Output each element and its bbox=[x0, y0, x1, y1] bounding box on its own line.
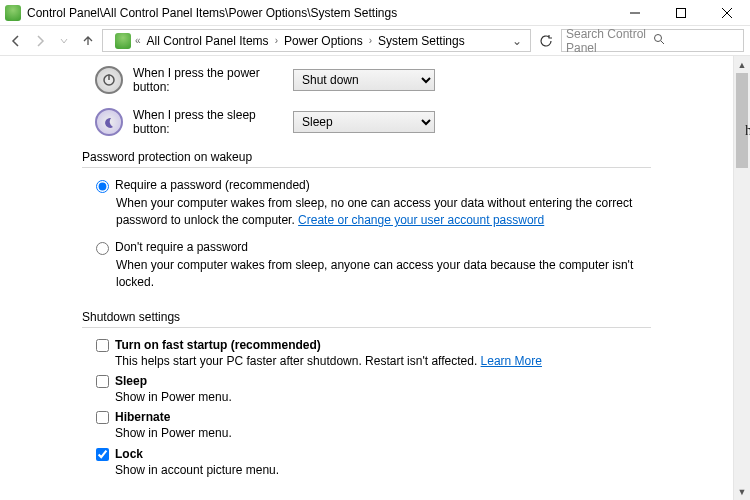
chevron-icon: « bbox=[133, 35, 143, 46]
crumb-power-options[interactable]: Power Options bbox=[282, 34, 365, 48]
search-icon[interactable] bbox=[653, 33, 740, 48]
breadcrumb-dropdown-icon[interactable]: ⌄ bbox=[508, 34, 526, 48]
password-section: Password protection on wakeup Require a … bbox=[82, 150, 651, 292]
toolbar: « All Control Panel Items › Power Option… bbox=[0, 26, 750, 56]
control-panel-icon bbox=[115, 33, 131, 49]
hibernate-label[interactable]: Hibernate bbox=[115, 410, 170, 424]
sleep-button-select[interactable]: Sleep bbox=[293, 111, 435, 133]
title-bar: Control Panel\All Control Panel Items\Po… bbox=[0, 0, 750, 26]
chevron-icon: › bbox=[367, 35, 374, 46]
recent-dropdown[interactable] bbox=[54, 31, 74, 51]
hibernate-checkbox[interactable] bbox=[96, 411, 109, 424]
fast-startup-label[interactable]: Turn on fast startup (recommended) bbox=[115, 338, 321, 352]
up-button[interactable] bbox=[78, 31, 98, 51]
scroll-down-button[interactable]: ▼ bbox=[734, 483, 750, 500]
svg-point-4 bbox=[654, 35, 661, 42]
fast-startup-checkbox[interactable] bbox=[96, 339, 109, 352]
window-title: Control Panel\All Control Panel Items\Po… bbox=[27, 6, 612, 20]
power-button-row: When I press the power button: Shut down bbox=[95, 66, 733, 94]
change-password-link[interactable]: Create or change your user account passw… bbox=[298, 213, 544, 227]
minimize-button[interactable] bbox=[612, 0, 658, 26]
scroll-thumb[interactable] bbox=[736, 73, 748, 168]
fast-startup-desc: This helps start your PC faster after sh… bbox=[115, 353, 651, 370]
crumb-all-items[interactable]: All Control Panel Items bbox=[145, 34, 271, 48]
sleep-desc: Show in Power menu. bbox=[115, 389, 651, 406]
require-password-radio[interactable] bbox=[96, 180, 109, 193]
learn-more-link[interactable]: Learn More bbox=[481, 354, 542, 368]
close-button[interactable] bbox=[704, 0, 750, 26]
hibernate-desc: Show in Power menu. bbox=[115, 425, 651, 442]
back-button[interactable] bbox=[6, 31, 26, 51]
power-icon bbox=[95, 66, 123, 94]
require-password-label[interactable]: Require a password (recommended) bbox=[115, 178, 310, 192]
shutdown-section: Shutdown settings Turn on fast startup (… bbox=[82, 310, 651, 480]
lock-checkbox[interactable] bbox=[96, 448, 109, 461]
content-area: When I press the power button: Shut down… bbox=[0, 56, 733, 500]
lock-desc: Show in account picture menu. bbox=[115, 462, 651, 479]
sleep-button-label: When I press the sleep button: bbox=[133, 108, 293, 136]
crumb-system-settings[interactable]: System Settings bbox=[376, 34, 467, 48]
cropped-text: h bbox=[745, 123, 750, 139]
password-heading: Password protection on wakeup bbox=[82, 150, 651, 168]
maximize-button[interactable] bbox=[658, 0, 704, 26]
power-button-select[interactable]: Shut down bbox=[293, 69, 435, 91]
app-icon bbox=[5, 5, 21, 21]
sleep-label[interactable]: Sleep bbox=[115, 374, 147, 388]
search-placeholder: Search Control Panel bbox=[566, 27, 653, 55]
breadcrumb[interactable]: « All Control Panel Items › Power Option… bbox=[102, 29, 531, 52]
svg-line-5 bbox=[661, 41, 664, 44]
sleep-button-row: When I press the sleep button: Sleep bbox=[95, 108, 733, 136]
lock-label[interactable]: Lock bbox=[115, 447, 143, 461]
forward-button[interactable] bbox=[30, 31, 50, 51]
scroll-up-button[interactable]: ▲ bbox=[734, 56, 750, 73]
svg-rect-1 bbox=[677, 8, 686, 17]
power-button-label: When I press the power button: bbox=[133, 66, 293, 94]
sleep-checkbox[interactable] bbox=[96, 375, 109, 388]
dont-require-password-label[interactable]: Don't require a password bbox=[115, 240, 248, 254]
shutdown-heading: Shutdown settings bbox=[82, 310, 651, 328]
require-password-desc: When your computer wakes from sleep, no … bbox=[116, 195, 641, 230]
dont-require-password-radio[interactable] bbox=[96, 242, 109, 255]
sleep-icon bbox=[95, 108, 123, 136]
search-input[interactable]: Search Control Panel bbox=[561, 29, 744, 52]
dont-require-password-desc: When your computer wakes from sleep, any… bbox=[116, 257, 641, 292]
chevron-icon: › bbox=[273, 35, 280, 46]
refresh-button[interactable] bbox=[535, 30, 557, 52]
